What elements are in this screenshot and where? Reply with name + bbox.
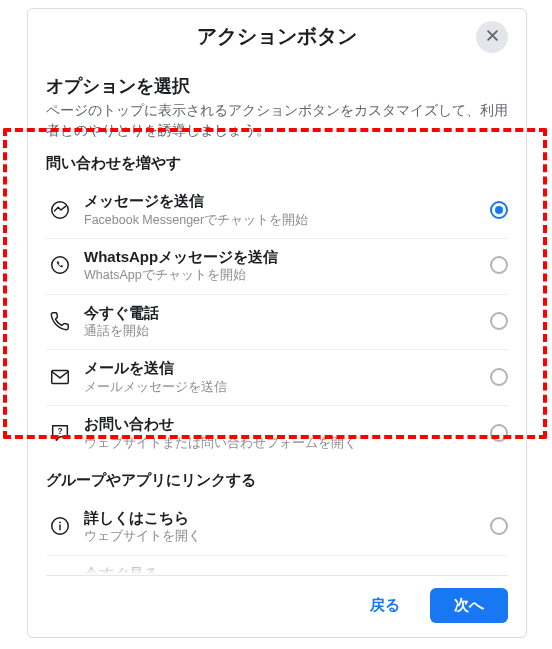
modal-title: アクションボタン bbox=[46, 23, 508, 50]
intro-heading: オプションを選択 bbox=[46, 74, 508, 98]
option-call-now[interactable]: 今すぐ電話 通話を開始 bbox=[46, 295, 508, 351]
group-link: グループやアプリにリンクする 詳しくはこちら ウェブサイトを開く bbox=[46, 471, 508, 575]
svg-point-3 bbox=[52, 257, 69, 274]
option-subtitle: 通話を開始 bbox=[84, 323, 482, 339]
back-button[interactable]: 戻る bbox=[346, 588, 424, 623]
phone-icon bbox=[46, 307, 74, 335]
option-subtitle: ウェブサイトまたは問い合わせフォームを開く bbox=[84, 435, 482, 451]
option-whatsapp[interactable]: WhatsAppメッセージを送信 WhatsAppでチャットを開始 bbox=[46, 239, 508, 295]
modal-header: アクションボタン bbox=[46, 23, 508, 62]
option-title: 今すぐ電話 bbox=[84, 303, 482, 323]
option-subtitle: WhatsAppでチャットを開始 bbox=[84, 267, 482, 283]
svg-point-8 bbox=[59, 522, 61, 524]
option-title: 今すぐ見る bbox=[84, 564, 482, 575]
radio[interactable] bbox=[490, 312, 508, 330]
option-title: 詳しくはこちら bbox=[84, 508, 482, 528]
option-subtitle: Facebook Messengerでチャットを開始 bbox=[84, 212, 482, 228]
radio[interactable] bbox=[490, 368, 508, 386]
close-icon bbox=[485, 28, 500, 47]
radio[interactable] bbox=[490, 424, 508, 442]
radio-selected[interactable] bbox=[490, 201, 508, 219]
modal-footer: 戻る 次へ bbox=[46, 575, 508, 637]
radio[interactable] bbox=[490, 256, 508, 274]
option-contact-us[interactable]: ? お問い合わせ ウェブサイトまたは問い合わせフォームを開く bbox=[46, 406, 508, 461]
contact-icon: ? bbox=[46, 419, 74, 447]
info-icon bbox=[46, 512, 74, 540]
intro-description: ページのトップに表示されるアクションボタンをカスタマイズして、利用者とのやりとり… bbox=[46, 101, 508, 140]
group-contact: 問い合わせを増やす メッセージを送信 Facebook Messengerでチャ… bbox=[46, 154, 508, 461]
radio[interactable] bbox=[490, 573, 508, 575]
mail-icon bbox=[46, 363, 74, 391]
option-title: WhatsAppメッセージを送信 bbox=[84, 247, 482, 267]
group-title: 問い合わせを増やす bbox=[46, 154, 508, 173]
video-icon bbox=[46, 568, 74, 575]
messenger-icon bbox=[46, 196, 74, 224]
next-button[interactable]: 次へ bbox=[430, 588, 508, 623]
option-watch-now[interactable]: 今すぐ見る ウェブサイトの動画を開く bbox=[46, 556, 508, 575]
group-title: グループやアプリにリンクする bbox=[46, 471, 508, 490]
option-send-message[interactable]: メッセージを送信 Facebook Messengerでチャットを開始 bbox=[46, 183, 508, 239]
close-button[interactable] bbox=[476, 21, 508, 53]
whatsapp-icon bbox=[46, 251, 74, 279]
option-title: お問い合わせ bbox=[84, 414, 482, 434]
action-button-modal: アクションボタン オプションを選択 ページのトップに表示されるアクションボタンを… bbox=[27, 8, 527, 638]
option-title: メールを送信 bbox=[84, 358, 482, 378]
intro-section: オプションを選択 ページのトップに表示されるアクションボタンをカスタマイズして、… bbox=[46, 74, 508, 140]
svg-text:?: ? bbox=[57, 426, 62, 435]
option-subtitle: ウェブサイトを開く bbox=[84, 528, 482, 544]
option-title: メッセージを送信 bbox=[84, 191, 482, 211]
option-learn-more[interactable]: 詳しくはこちら ウェブサイトを開く bbox=[46, 500, 508, 556]
option-send-email[interactable]: メールを送信 メールメッセージを送信 bbox=[46, 350, 508, 406]
radio[interactable] bbox=[490, 517, 508, 535]
option-subtitle: メールメッセージを送信 bbox=[84, 379, 482, 395]
